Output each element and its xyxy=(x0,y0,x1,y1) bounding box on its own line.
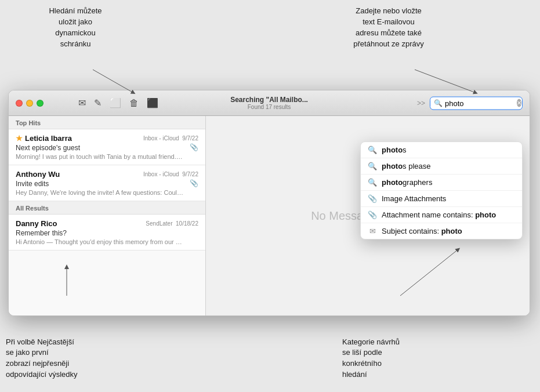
main-content-area: No Message Selected 🔍 photos 🔍 photos pl… xyxy=(206,116,530,315)
suggestion-subject-contains[interactable]: ✉ Subject contains: photo xyxy=(361,223,522,239)
annotation-top-right: Zadejte nebo vložte text E-mailovou adre… xyxy=(325,6,452,49)
suggestion-text: Subject contains: photo xyxy=(382,227,515,235)
email-meta: SendLater 10/18/22 xyxy=(146,220,198,227)
suggestion-photos[interactable]: 🔍 photos xyxy=(361,142,522,158)
search-icon: 🔍 xyxy=(368,162,377,170)
edit-icon[interactable]: ✎ xyxy=(94,97,102,108)
email-meta: Inbox - iCloud 9/7/22 xyxy=(143,135,198,141)
svg-line-0 xyxy=(93,70,133,93)
trash-icon[interactable]: 🗑 xyxy=(129,98,139,108)
email-subject: Invite edits xyxy=(16,180,198,188)
search-suggestions-dropdown: 🔍 photos 🔍 photos please 🔍 photographers… xyxy=(360,141,523,239)
annotation-bottom-left: Při volbě Nejčastější se jako první zobr… xyxy=(6,337,122,380)
close-button[interactable] xyxy=(16,100,23,107)
maximize-button[interactable] xyxy=(37,100,44,107)
suggestion-photos-please[interactable]: 🔍 photos please xyxy=(361,158,522,175)
window-subtitle: Found 17 results xyxy=(230,104,308,110)
titlebar-title: Searching "All Mailbo... Found 17 result… xyxy=(230,96,308,110)
sender-name: Anthony Wu xyxy=(16,170,60,179)
email-subject: Next episode's guest xyxy=(16,144,198,152)
search-icon: 🔍 xyxy=(368,146,377,154)
email-preview: Hey Danny, We're loving the invite! A fe… xyxy=(16,189,184,196)
titlebar: ✉ ✎ ⬜ 🗑 ⬛ Searching "All Mailbo... Found… xyxy=(9,90,530,116)
email-preview: Morning! I was put in touch with Tania b… xyxy=(16,153,184,160)
archive-icon[interactable]: ⬜ xyxy=(110,97,121,108)
attachment-icon: 📎 xyxy=(368,210,377,219)
attachment-icon: 📎 xyxy=(190,143,198,151)
attachment-icon: 📎 xyxy=(190,179,198,187)
email-subject: Remember this? xyxy=(16,229,198,237)
annotation-top-left: Hledání můžete uložit jako dynamickou sc… xyxy=(17,6,133,49)
chevron-right-icon: >> xyxy=(417,99,425,107)
toolbar-right: >> 🔍 ✕ xyxy=(417,96,523,110)
sender-name: Leticia Ibarra xyxy=(16,134,72,143)
suggestion-attachment-name[interactable]: 📎 Attachment name contains: photo xyxy=(361,207,522,223)
traffic-lights xyxy=(16,100,44,107)
toolbar-icons: ✉ ✎ ⬜ 🗑 ⬛ xyxy=(78,97,158,108)
suggestion-text: photos xyxy=(382,146,515,154)
email-meta: Inbox - iCloud 9/7/22 xyxy=(143,171,198,177)
search-box[interactable]: 🔍 ✕ xyxy=(430,96,523,110)
compose-icon[interactable]: ✉ xyxy=(78,97,86,108)
all-results-header: All Results xyxy=(9,201,205,215)
sender-name: Danny Rico xyxy=(16,219,57,228)
clear-search-button[interactable]: ✕ xyxy=(517,99,521,107)
window-title: Searching "All Mailbo... xyxy=(230,96,308,104)
suggestion-photographers[interactable]: 🔍 photographers xyxy=(361,175,522,191)
content-area: Top Hits Leticia Ibarra Inbox - iCloud 9… xyxy=(9,116,530,315)
search-icon: 🔍 xyxy=(434,99,443,107)
email-preview: Hi Antonio — Thought you'd enjoy this me… xyxy=(16,238,184,245)
suggestion-text: photographers xyxy=(382,178,515,187)
suggestion-text: Image Attachments xyxy=(382,194,515,203)
minimize-button[interactable] xyxy=(26,100,33,107)
suggestion-image-attachments[interactable]: 📎 Image Attachments xyxy=(361,191,522,207)
list-item[interactable]: Danny Rico SendLater 10/18/22 Remember t… xyxy=(9,215,205,251)
attachment-icon: 📎 xyxy=(368,194,377,203)
search-input[interactable] xyxy=(445,99,514,107)
suggestion-text: photos please xyxy=(382,162,515,170)
top-hits-header: Top Hits xyxy=(9,116,205,129)
svg-line-1 xyxy=(415,70,476,93)
app-window: ✉ ✎ ⬜ 🗑 ⬛ Searching "All Mailbo... Found… xyxy=(8,90,530,316)
list-item[interactable]: Anthony Wu Inbox - iCloud 9/7/22 Invite … xyxy=(9,165,205,201)
list-item[interactable]: Leticia Ibarra Inbox - iCloud 9/7/22 Nex… xyxy=(9,129,205,165)
suggestion-text: Attachment name contains: photo xyxy=(382,210,515,219)
envelope-icon: ✉ xyxy=(368,227,377,235)
email-list: Top Hits Leticia Ibarra Inbox - iCloud 9… xyxy=(9,116,206,315)
move-icon[interactable]: ⬛ xyxy=(147,97,158,108)
annotation-bottom-right: Kategorie návrhů se liší podle konkrétní… xyxy=(342,337,458,380)
search-icon: 🔍 xyxy=(368,178,377,187)
